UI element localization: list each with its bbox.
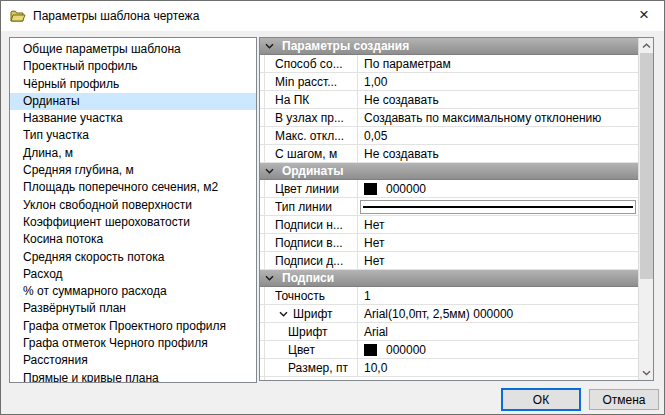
property-row: Точность1 <box>260 287 638 305</box>
sidebar-item[interactable]: Расход <box>10 266 256 283</box>
cancel-button[interactable]: Отмена <box>589 389 659 410</box>
property-label: Подписи в... <box>260 234 358 251</box>
sidebar-item[interactable]: Развёрнутый план <box>10 300 256 317</box>
property-label: Тип линии <box>260 198 358 215</box>
sidebar-item[interactable]: Косина потока <box>10 231 256 248</box>
property-label-text: Способ со... <box>275 57 343 71</box>
sidebar-item[interactable]: Коэффициент шероховатости <box>10 214 256 231</box>
sidebar-item[interactable]: Название участка <box>10 110 256 127</box>
vertical-scrollbar[interactable] <box>638 38 653 380</box>
property-label: Размер, пт <box>260 359 358 376</box>
property-row: Способ со...По параметрам <box>260 55 638 73</box>
property-row: Цвет000000 <box>260 341 638 359</box>
property-value[interactable]: 1 <box>358 287 638 304</box>
property-value-text: Arial <box>364 325 388 339</box>
property-row: Подписи в...Нет <box>260 234 638 252</box>
property-label: Цвет линии <box>260 180 358 197</box>
property-label: Min расст... <box>260 73 358 90</box>
property-value[interactable]: По параметрам <box>358 55 638 72</box>
property-row: Min расст...1,00 <box>260 73 638 91</box>
property-value-text: Не создавать <box>364 93 439 107</box>
property-value[interactable]: Нет <box>358 252 638 269</box>
property-label-text: Точность <box>275 289 325 303</box>
sidebar-item[interactable]: Площадь поперечного сечения, м2 <box>10 179 256 196</box>
sidebar-item[interactable]: Прямые и кривые плана <box>10 370 256 383</box>
sidebar-item[interactable]: Длина, м <box>10 145 256 162</box>
property-value[interactable]: Не создавать <box>358 91 638 108</box>
property-row: Подписи н...Нет <box>260 216 638 234</box>
sidebar-item[interactable]: Средняя скорость потока <box>10 249 256 266</box>
property-value-text: 1 <box>364 289 371 303</box>
chevron-down-icon[interactable] <box>279 311 288 317</box>
chevron-down-icon <box>265 43 274 49</box>
property-value[interactable]: Arial(10,0пт, 2,5мм) 000000 <box>358 305 638 322</box>
property-value-text: Создавать по максимальному отклонению <box>364 111 601 125</box>
property-row: ШрифтArial <box>260 323 638 341</box>
property-label-text: С шагом, м <box>275 147 337 161</box>
sidebar-item[interactable]: Уклон свободной поверхности <box>10 197 256 214</box>
color-swatch[interactable] <box>364 344 377 356</box>
property-value-text: Не создавать <box>364 147 439 161</box>
property-value[interactable]: 000000 <box>358 341 638 358</box>
section-header[interactable]: Подписи <box>260 270 638 287</box>
section-header[interactable]: Параметры создания <box>260 38 638 55</box>
property-row: Подписи д...Нет <box>260 252 638 270</box>
property-label: В узлах пр... <box>260 109 358 126</box>
property-value-text: 10,0 <box>364 361 387 375</box>
section-title: Параметры создания <box>282 39 409 53</box>
line-type-preview[interactable] <box>360 200 636 214</box>
property-value[interactable]: Нет <box>358 234 638 251</box>
property-value-text: По параметрам <box>364 57 451 71</box>
property-label-text: Цвет линии <box>275 182 339 196</box>
chevron-down-icon <box>265 168 274 174</box>
property-label-text: Подписи н... <box>275 218 343 232</box>
property-value[interactable]: 0,05 <box>358 127 638 144</box>
property-value[interactable]: 1,00 <box>358 73 638 90</box>
property-row: На ПКНе создавать <box>260 91 638 109</box>
sidebar-item[interactable]: Графа отметок Черного профиля <box>10 335 256 352</box>
property-row: Размер, пт10,0 <box>260 359 638 377</box>
property-grid-body: Параметры созданияСпособ со...По парамет… <box>260 38 638 380</box>
property-value-text: 1,00 <box>364 75 387 89</box>
property-label-text: Min расст... <box>275 75 337 89</box>
property-value[interactable] <box>358 198 638 215</box>
property-value[interactable]: 10,0 <box>358 359 638 376</box>
property-value-text: Нет <box>364 218 384 232</box>
color-hex-value: 000000 <box>386 343 426 357</box>
scrollbar-thumb[interactable] <box>640 53 653 279</box>
close-button[interactable]: × <box>624 1 664 29</box>
property-label: Способ со... <box>260 55 358 72</box>
property-grid: Параметры созданияСпособ со...По парамет… <box>259 37 654 381</box>
property-label: Цвет <box>260 341 358 358</box>
property-label: Шрифт <box>260 323 358 340</box>
sidebar-item[interactable]: Расстояния <box>10 352 256 369</box>
section-header[interactable]: Ординаты <box>260 163 638 180</box>
property-row: Макс. откл...0,05 <box>260 127 638 145</box>
sidebar-item[interactable]: Общие параметры шаблона <box>10 41 256 58</box>
ok-button[interactable]: ОК <box>501 388 581 411</box>
sidebar-item[interactable]: % от суммарного расхода <box>10 283 256 300</box>
property-value[interactable]: Создавать по максимальному отклонению <box>358 109 638 126</box>
sidebar-item[interactable]: Чёрный профиль <box>10 76 256 93</box>
property-value[interactable]: Не создавать <box>358 145 638 162</box>
sidebar-item[interactable]: Графа отметок Проектного профиля <box>10 318 256 335</box>
property-value-text: 0,05 <box>364 129 387 143</box>
property-label: Подписи н... <box>260 216 358 233</box>
property-row: В узлах пр...Создавать по максимальному … <box>260 109 638 127</box>
property-value[interactable]: Arial <box>358 323 638 340</box>
sidebar-item[interactable]: Средняя глубина, м <box>10 162 256 179</box>
sidebar-item[interactable]: Тип участка <box>10 127 256 144</box>
color-hex-value: 000000 <box>386 182 426 196</box>
property-label-text: Подписи в... <box>275 236 343 250</box>
sidebar-item[interactable]: Проектный профиль <box>10 58 256 75</box>
property-value-text: Нет <box>364 236 384 250</box>
sidebar-item[interactable]: Ординаты <box>10 93 256 110</box>
property-label-text: Цвет <box>288 343 315 357</box>
scroll-up-icon[interactable] <box>639 38 654 53</box>
property-label-text: Размер, пт <box>288 361 348 375</box>
color-swatch[interactable] <box>364 183 377 195</box>
property-label-text: Подписи д... <box>275 254 343 268</box>
property-value[interactable]: Нет <box>358 216 638 233</box>
property-value[interactable]: 000000 <box>358 180 638 197</box>
scroll-down-icon[interactable] <box>639 365 654 380</box>
